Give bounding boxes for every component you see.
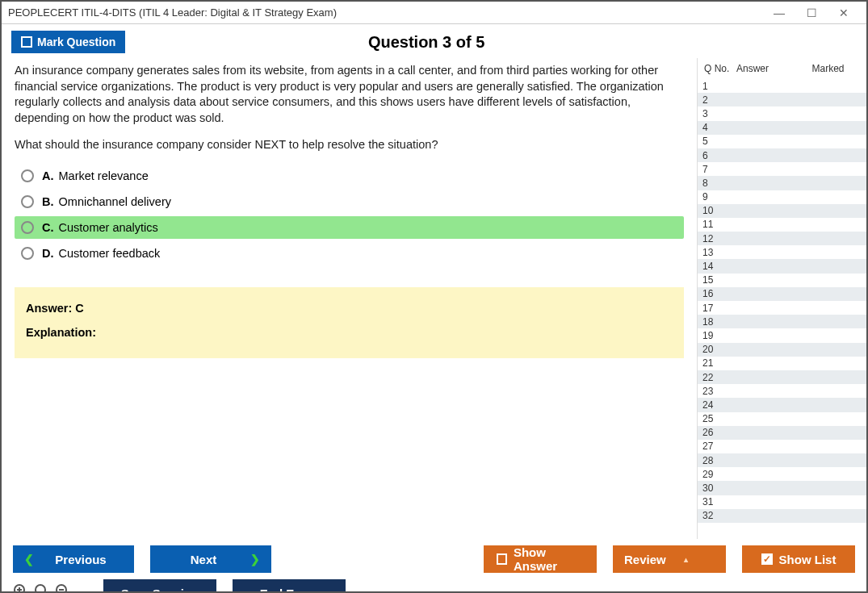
zoom-icon[interactable]: [34, 583, 50, 594]
list-row[interactable]: 29: [698, 467, 866, 481]
list-row[interactable]: 6: [698, 148, 866, 162]
row-qno: 1: [698, 81, 733, 92]
list-row[interactable]: 8: [698, 176, 866, 190]
row-qno: 13: [698, 247, 733, 258]
option-c[interactable]: C. Customer analytics: [15, 216, 684, 239]
radio-icon: [21, 221, 34, 234]
list-row[interactable]: 10: [698, 204, 866, 218]
question-panel: An insurance company generates sales fro…: [2, 58, 697, 539]
list-row[interactable]: 31: [698, 495, 866, 509]
review-label: Review: [624, 553, 666, 566]
list-row[interactable]: 13: [698, 245, 866, 259]
row-qno: 27: [698, 441, 733, 452]
list-row[interactable]: 11: [698, 218, 866, 232]
explanation-label: Explanation:: [26, 326, 673, 339]
next-label: Next: [163, 553, 244, 566]
list-row[interactable]: 16: [698, 287, 866, 301]
row-qno: 3: [698, 108, 733, 119]
row-qno: 30: [698, 482, 733, 494]
list-row[interactable]: 19: [698, 328, 866, 342]
list-row[interactable]: 27: [698, 440, 866, 453]
row-qno: 16: [698, 288, 733, 299]
option-b[interactable]: B. Omnichannel delivery: [15, 190, 684, 213]
row-qno: 17: [698, 303, 733, 314]
list-row[interactable]: 4: [698, 121, 866, 135]
options-list: A. Market relevanceB. Omnichannel delive…: [15, 165, 684, 265]
row-qno: 25: [698, 413, 733, 424]
list-row[interactable]: 28: [698, 453, 866, 467]
list-row[interactable]: 14: [698, 259, 866, 273]
list-row[interactable]: 25: [698, 412, 866, 426]
next-button[interactable]: Next ❯: [150, 545, 271, 573]
list-row[interactable]: 15: [698, 274, 866, 287]
row-qno: 10: [698, 205, 733, 216]
row-qno: 2: [698, 94, 733, 106]
show-answer-button[interactable]: Show Answer: [484, 545, 597, 573]
review-button[interactable]: Review ▴: [613, 545, 726, 573]
row-qno: 32: [698, 510, 733, 521]
close-icon[interactable]: ✕: [828, 6, 860, 19]
row-qno: 6: [698, 150, 733, 161]
topbar: Mark Question Question 3 of 5: [2, 24, 866, 58]
list-row[interactable]: 32: [698, 509, 866, 523]
row-qno: 19: [698, 330, 733, 341]
radio-icon: [21, 195, 34, 208]
maximize-icon[interactable]: ☐: [795, 6, 828, 19]
row-qno: 28: [698, 455, 733, 466]
question-list[interactable]: 1234567891011121314151617181920212223242…: [698, 79, 866, 539]
list-row[interactable]: 7: [698, 162, 866, 176]
dropdown-icon: ▴: [684, 555, 688, 564]
radio-icon: [21, 169, 34, 182]
save-session-button[interactable]: Save Session: [103, 579, 216, 593]
zoom-out-icon[interactable]: [55, 583, 71, 594]
svg-point-4: [36, 585, 45, 594]
list-row[interactable]: 21: [698, 357, 866, 370]
previous-button[interactable]: ❮ Previous: [13, 545, 134, 573]
window-title: PEOPLECERT ITIL-4-DITS (ITIL 4 Leader: D…: [8, 6, 763, 19]
window-titlebar: PEOPLECERT ITIL-4-DITS (ITIL 4 Leader: D…: [2, 2, 866, 24]
end-exam-button[interactable]: End Exam: [233, 579, 346, 593]
checkbox-checked-icon: ✓: [761, 553, 773, 565]
row-qno: 8: [698, 177, 733, 189]
header-marked: Marked: [793, 63, 863, 74]
list-row[interactable]: 12: [698, 232, 866, 245]
row-qno: 15: [698, 274, 733, 286]
list-row[interactable]: 2: [698, 93, 866, 106]
list-row[interactable]: 1: [698, 79, 866, 93]
minimize-icon[interactable]: —: [763, 6, 795, 19]
row-qno: 11: [698, 219, 733, 230]
question-list-panel: Q No. Answer Marked 12345678910111213141…: [697, 58, 866, 539]
list-row[interactable]: 17: [698, 301, 866, 315]
list-row[interactable]: 20: [698, 343, 866, 357]
zoom-in-icon[interactable]: [13, 583, 29, 594]
show-list-button[interactable]: ✓ Show List: [742, 545, 855, 573]
list-row[interactable]: 3: [698, 106, 866, 120]
list-row[interactable]: 24: [698, 398, 866, 411]
row-qno: 4: [698, 122, 733, 133]
question-heading: Question 3 of 5: [0, 33, 857, 52]
chevron-right-icon: ❯: [250, 553, 260, 566]
row-qno: 31: [698, 496, 733, 507]
list-row[interactable]: 23: [698, 384, 866, 398]
list-row[interactable]: 9: [698, 190, 866, 204]
row-qno: 23: [698, 386, 733, 397]
row-qno: 12: [698, 233, 733, 244]
header-answer: Answer: [736, 63, 793, 74]
radio-icon: [21, 247, 34, 260]
list-row[interactable]: 26: [698, 426, 866, 440]
row-qno: 7: [698, 164, 733, 175]
row-qno: 21: [698, 357, 733, 369]
list-header: Q No. Answer Marked: [698, 58, 866, 79]
option-text: A. Market relevance: [42, 169, 149, 182]
list-row[interactable]: 22: [698, 370, 866, 384]
answer-box: Answer: C Explanation:: [15, 287, 684, 358]
row-qno: 18: [698, 316, 733, 328]
list-row[interactable]: 18: [698, 315, 866, 328]
list-row[interactable]: 5: [698, 135, 866, 148]
row-qno: 22: [698, 372, 733, 383]
option-a[interactable]: A. Market relevance: [15, 165, 684, 187]
row-qno: 14: [698, 261, 733, 272]
save-session-label: Save Session: [121, 587, 199, 594]
option-d[interactable]: D. Customer feedback: [15, 242, 684, 265]
list-row[interactable]: 30: [698, 481, 866, 495]
